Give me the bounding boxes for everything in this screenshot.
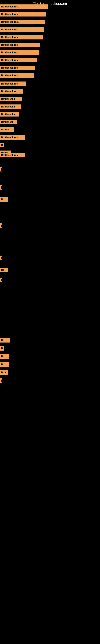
bar-row-8: Bottleneck res [0,58,37,62]
bar-label-5: Bottleneck res [0,35,43,40]
bar-row-32: Bo [0,362,9,367]
bar-row-9: Bottleneck res [0,66,35,70]
bar-label-8: Bottleneck res [0,58,37,62]
bar-row-19: B [0,143,4,147]
bar-label-30: B [0,346,3,350]
bar-label-23: | [0,185,2,190]
bar-row-33: Bott [0,370,8,375]
bar-label-4: Bottleneck res [0,27,44,32]
bar-row-14: Bottleneck r [0,104,21,109]
bar-label-2: Bottleneck resu [0,12,46,16]
bar-label-14: Bottleneck r [0,104,21,109]
bar-label-16: Bottleneck [0,120,17,124]
bar-row-3: Bottleneck resu [0,20,45,24]
bar-label-21: Bottleneck res [0,153,25,158]
bar-row-10: Bottleneck res [0,73,34,78]
bar-label-34: | [0,378,2,383]
bar-label-3: Bottleneck resu [0,20,45,24]
bar-label-29: Bo [0,338,10,342]
bar-row-17: Bottlen [0,128,14,132]
bar-row-6: Bottleneck res [0,43,40,47]
bar-row-12: Bottleneck re [0,89,23,94]
bar-row-30: B [0,346,3,350]
bar-label-13: Bottleneck r [0,97,22,101]
bar-label-33: Bott [0,370,8,375]
bar-label-26: | [0,256,2,260]
bar-label-7: Bottleneck res [0,50,39,55]
bar-label-15: Bottleneck r [0,112,19,116]
bar-row-7: Bottleneck res [0,50,39,55]
bar-label-18: Bottleneck res [0,135,25,140]
bar-label-17: Bottlen [0,128,14,132]
bar-row-21: Bottleneck res [0,153,25,158]
bar-row-5: Bottleneck res [0,35,43,40]
bar-label-32: Bo [0,362,9,367]
bar-label-28: | [0,278,2,282]
bar-label-12: Bottleneck re [0,89,23,94]
bar-row-11: Bottleneck res [0,82,26,86]
bar-label-9: Bottleneck res [0,66,35,70]
bar-row-16: Bottleneck [0,120,17,124]
bar-row-31: Bo [0,354,9,359]
bar-row-27: Bo [0,268,8,272]
bar-label-22: | [0,167,2,172]
bar-label-6: Bottleneck res [0,43,40,47]
bar-row-1: Bottleneck resu [0,4,48,9]
bar-row-22: | [0,167,2,172]
bar-label-31: Bo [0,354,9,359]
bar-row-26: | [0,256,2,260]
bar-row-29: Bo [0,338,10,342]
bar-label-24: Bo [0,197,8,202]
bar-label-11: Bottleneck res [0,82,26,86]
bar-label-19: B [0,143,4,147]
bar-label-25: | [0,224,2,228]
bar-row-24: Bo [0,197,8,202]
bar-row-13: Bottleneck r [0,97,22,101]
bar-label-27: Bo [0,268,8,272]
bar-row-34: | [0,378,2,383]
bar-row-15: Bottleneck r [0,112,19,116]
bar-row-18: Bottleneck res [0,135,25,140]
bar-label-1: Bottleneck resu [0,4,48,9]
bar-label-10: Bottleneck res [0,73,34,78]
bar-row-2: Bottleneck resu [0,12,46,16]
bar-row-25: | [0,224,2,228]
bar-row-4: Bottleneck res [0,27,44,32]
bar-row-28: | [0,278,2,282]
bar-row-23: | [0,185,2,190]
